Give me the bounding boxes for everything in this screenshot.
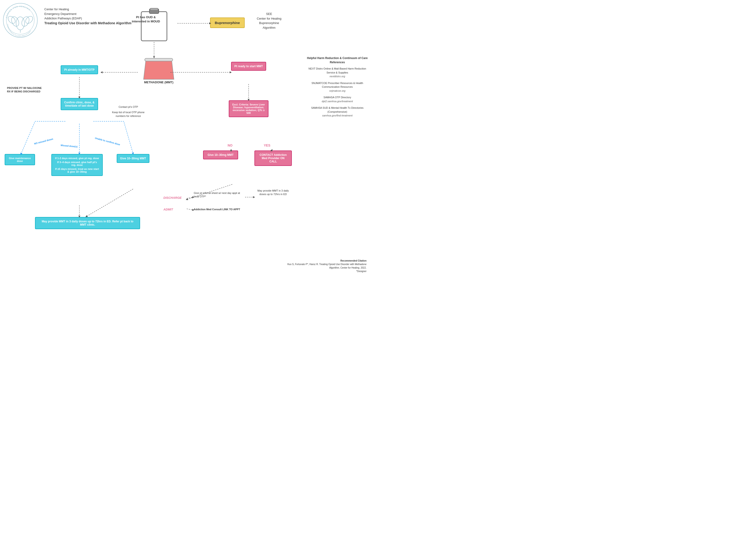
no-missed-text: NO missed doses bbox=[34, 137, 53, 145]
entry4-url: samhsa.gov/find-treatment bbox=[306, 114, 369, 117]
box-provide-mmt-right: May provide MMT in 3 daily doses up to 7… bbox=[254, 189, 292, 196]
provide-mmt-label: May provide MMT in 3 daily doses up to 7… bbox=[257, 189, 289, 195]
contact-otp-line2: Keep list of local OTP phone bbox=[112, 110, 145, 114]
missed-line2: If 3–4 days missed, give half pt's reg. … bbox=[55, 161, 99, 166]
contact-otp-line1: Contact pt's OTP bbox=[112, 105, 145, 109]
sidebar-entry-3: SAMHSA OTP Directory dpt2.samhsa.gov/tre… bbox=[306, 96, 369, 103]
svg-line-28 bbox=[86, 189, 133, 216]
maintenance-label: Give maintenance dose bbox=[9, 157, 31, 162]
contact-otp-text: Contact pt's OTP Keep list of local OTP … bbox=[112, 105, 145, 118]
entry1-title: NEXT Distro Online & Mail-Based Harm Red… bbox=[306, 67, 369, 75]
sidebar-entry-1: NEXT Distro Online & Mail-Based Harm Red… bbox=[306, 67, 369, 78]
see-line2: Center for Healing bbox=[257, 16, 282, 21]
box-give-1030-right: Give 10–30mg MMT bbox=[203, 151, 238, 159]
svg-rect-12 bbox=[150, 8, 158, 10]
sidebar-entry-4: SAMHSA SUD & Mental Health Tx Directorie… bbox=[306, 106, 369, 117]
box-pt-ready: Pt ready to start MMT bbox=[231, 62, 266, 71]
addiction-consult-label: Addiction Med Consult LINK TO APPT bbox=[194, 208, 240, 211]
sidebar-entry-2: SNJMATCOE Prescriber Resources & Health … bbox=[306, 81, 369, 93]
citation-label: Recommended Citation bbox=[287, 259, 366, 263]
buprenorphine-box: Buprenorphine bbox=[210, 18, 244, 28]
yes-text: YES bbox=[264, 143, 270, 147]
label-no-missed: NO missed doses bbox=[34, 137, 53, 145]
label-admit: ADMIT bbox=[163, 208, 173, 211]
box-addiction-consult: Addiction Med Consult LINK TO APPT bbox=[194, 208, 240, 211]
referral-label: Give pt referral sheet w/ next day appt … bbox=[194, 192, 240, 198]
methadone-label: METHADONE (MMT) bbox=[138, 80, 180, 84]
header-line3: Addiction Pathways (EDAP) bbox=[44, 16, 131, 21]
buprenorphine-label: Buprenorphine bbox=[215, 21, 240, 25]
missed-line3: If ≥5 days missed, treat as new start & … bbox=[55, 167, 99, 173]
contact-addiction-label: CONTACT Addiction Med Provider ON CALL bbox=[260, 153, 287, 163]
logo-area: CENTER FOR HEALING COOPERHEALTH.ORG/RECO… bbox=[2, 2, 40, 40]
box-missed-doses: If 1-2 days missed, give pt reg. dose If… bbox=[51, 154, 103, 176]
label-discharge: DISCHARGE bbox=[163, 196, 182, 199]
entry3-title: SAMHSA OTP Directory bbox=[306, 96, 369, 99]
header-line1: Center for Healing bbox=[44, 7, 131, 12]
box-confirm-clinic: Confirm clinic, dose, & time/date of las… bbox=[61, 98, 98, 110]
clipboard-box: Pt has OUD & interested in MOUD bbox=[131, 7, 177, 43]
confirm-clinic-label: Confirm clinic, dose, & time/date of las… bbox=[64, 101, 95, 107]
label-unable: Unable to confirm dose bbox=[95, 137, 120, 146]
header-text: Center for Healing Emergency Department … bbox=[44, 7, 131, 26]
missed-line1: If 1-2 days missed, give pt reg. dose bbox=[55, 157, 99, 160]
arrows-overlay bbox=[0, 0, 374, 280]
excl-criteria-label: Excl. Criteria: Severe Liver Disease; hy… bbox=[232, 103, 265, 114]
svg-text:COOPERHEALTH.ORG/RECOVERY: COOPERHEALTH.ORG/RECOVERY bbox=[7, 24, 31, 37]
give-1030-left-label: Give 10–30mg MMT bbox=[120, 157, 146, 160]
admit-text: ADMIT bbox=[163, 208, 173, 211]
pt-ready-label: Pt ready to start MMT bbox=[234, 64, 263, 68]
box-contact-addiction: CONTACT Addiction Med Provider ON CALL bbox=[254, 151, 292, 166]
see-line4: Algorithm bbox=[257, 25, 282, 30]
citation-text-content: Huo S, Fortunato P*, Haroz R. Treating O… bbox=[287, 263, 366, 269]
header-line2: Emergency Department bbox=[44, 12, 131, 16]
missed-text: Missed dose(s) bbox=[61, 144, 78, 148]
box-excl-criteria: Excl. Criteria: Severe Liver Disease; hy… bbox=[229, 100, 268, 117]
unable-text: Unable to confirm dose bbox=[95, 137, 120, 146]
methadone-cup: METHADONE (MMT) bbox=[138, 56, 180, 84]
sidebar-refs: Helpful Harm Reduction & Continuum of Ca… bbox=[306, 56, 369, 121]
naloxone-label: PROVIDE PT W/ NALOXONE RX IF BEING DISCH… bbox=[7, 86, 42, 93]
label-yes: YES bbox=[264, 143, 270, 147]
citation-note: *Designer bbox=[287, 269, 366, 273]
main-container: CENTER FOR HEALING COOPERHEALTH.ORG/RECO… bbox=[0, 0, 374, 280]
see-text-area: SEE Center for Healing Buprenorphine Alg… bbox=[257, 12, 282, 30]
bottom-cyan-label: May provide MMT in 3 daily doses up to 7… bbox=[42, 220, 133, 226]
entry3-url: dpt2.samhsa.gov/treatment bbox=[306, 99, 369, 103]
box-mmt-otp: Pt already in MMT/OTP bbox=[61, 65, 98, 74]
box-maintenance: Give maintenance dose bbox=[5, 154, 35, 165]
entry1-url: nextdistro.org bbox=[306, 75, 369, 78]
box-give-1030-left: Give 10–30mg MMT bbox=[117, 154, 149, 163]
give-1030-right-label: Give 10–30mg MMT bbox=[208, 153, 233, 157]
see-line3: Buprenorphine bbox=[257, 21, 282, 25]
entry2-url: snjmatcoe.org bbox=[306, 89, 369, 93]
header-title: Treating Opioid Use Disorder with Methad… bbox=[44, 21, 131, 26]
naloxone-text: PROVIDE PT W/ NALOXONE RX IF BEING DISCH… bbox=[7, 86, 42, 94]
discharge-text: DISCHARGE bbox=[163, 196, 182, 199]
svg-rect-13 bbox=[145, 58, 173, 61]
svg-line-24 bbox=[187, 197, 193, 198]
sidebar-title: Helpful Harm Reduction & Continuum of Ca… bbox=[306, 56, 369, 64]
entry2-title: SNJMATCOE Prescriber Resources & Health … bbox=[306, 81, 369, 89]
see-line1: SEE bbox=[257, 12, 282, 16]
entry4-title: SAMHSA SUD & Mental Health Tx Directorie… bbox=[306, 106, 369, 114]
box-bottom-cyan: May provide MMT in 3 daily doses up to 7… bbox=[35, 217, 140, 229]
clipboard-label: Pt has OUD & interested in MOUD bbox=[131, 15, 161, 24]
no-text: NO bbox=[228, 143, 232, 147]
box-referral: Give pt referral sheet w/ next day appt … bbox=[194, 191, 240, 198]
label-missed: Missed dose(s) bbox=[61, 144, 78, 148]
citation: Recommended Citation Huo S, Fortunato P*… bbox=[287, 259, 366, 273]
contact-otp-line3: numbers for reference bbox=[112, 114, 145, 118]
svg-line-26 bbox=[187, 209, 193, 210]
label-no: NO bbox=[228, 143, 232, 147]
mmt-otp-label: Pt already in MMT/OTP bbox=[64, 68, 95, 72]
